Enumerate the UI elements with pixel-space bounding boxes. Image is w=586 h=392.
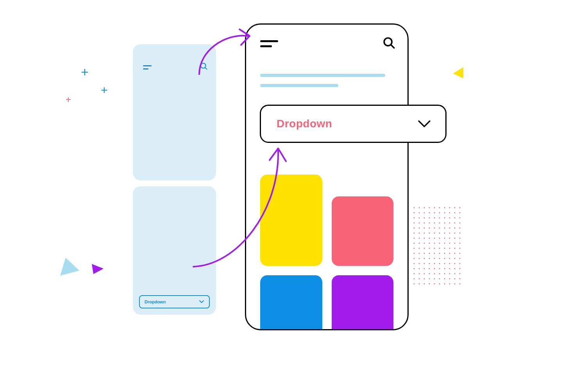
illustration-stage: + + + Dropdown [0, 0, 586, 392]
svg-line-8 [391, 45, 394, 48]
dropdown-label: Dropdown [145, 299, 166, 304]
triangle-icon [91, 262, 105, 276]
chevron-down-icon [199, 300, 204, 304]
chevron-down-icon [416, 119, 432, 129]
search-icon[interactable] [382, 36, 396, 50]
menu-icon[interactable] [260, 40, 278, 47]
content-tile[interactable] [332, 196, 394, 266]
plus-icon: + [66, 95, 71, 104]
svg-rect-4 [413, 207, 464, 285]
svg-marker-1 [92, 264, 104, 274]
triangle-icon [59, 255, 82, 278]
arrow-icon [193, 23, 256, 78]
menu-icon [143, 65, 152, 69]
content-tile[interactable] [332, 275, 394, 330]
dropdown-select[interactable]: Dropdown [260, 105, 447, 143]
dropdown-label: Dropdown [277, 118, 332, 130]
content-tile[interactable] [260, 275, 322, 330]
svg-marker-2 [453, 67, 463, 78]
plus-icon: + [81, 65, 89, 78]
text-placeholder-lines [260, 74, 385, 87]
dropdown-select[interactable]: Dropdown [139, 295, 210, 308]
arrow-icon [188, 144, 289, 273]
dot-grid-decoration [413, 207, 464, 285]
svg-marker-0 [60, 258, 79, 276]
triangle-icon [449, 66, 465, 81]
plus-icon: + [101, 84, 108, 96]
